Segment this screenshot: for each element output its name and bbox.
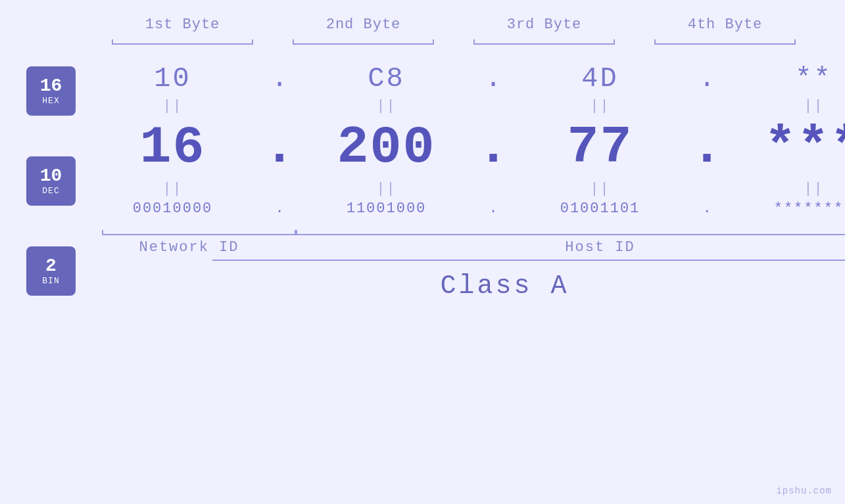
bin-dot1: . bbox=[263, 200, 296, 217]
bracket-byte1 bbox=[92, 38, 273, 50]
bin-b1: 00010000 bbox=[82, 200, 263, 217]
id-labels-row: Network ID Host ID bbox=[76, 239, 845, 256]
dec-dot3: . bbox=[690, 118, 723, 177]
hex-name: HEX bbox=[42, 96, 59, 106]
watermark: ipshu.com bbox=[776, 486, 832, 496]
dec-b4: *** bbox=[723, 118, 845, 177]
byte2-header: 2nd Byte bbox=[273, 16, 454, 33]
hex-badge: 16 HEX bbox=[26, 66, 76, 116]
content-area: 16 HEX 10 DEC 2 BIN 10 . bbox=[0, 60, 845, 301]
eq2-b3: || bbox=[510, 181, 690, 197]
hex-dot2: . bbox=[477, 63, 510, 95]
hex-b2: C8 bbox=[296, 63, 477, 95]
byte4-header: 4th Byte bbox=[635, 16, 815, 33]
hex-b4: ** bbox=[723, 63, 845, 95]
class-label: Class A bbox=[76, 271, 845, 301]
hex-dot3: . bbox=[690, 63, 723, 95]
byte3-header: 3rd Byte bbox=[454, 16, 635, 33]
dec-badge: 10 DEC bbox=[26, 156, 76, 206]
dec-num: 10 bbox=[40, 166, 62, 187]
bracket-byte2 bbox=[273, 38, 454, 50]
top-brackets bbox=[0, 38, 845, 50]
bracket-byte4 bbox=[635, 38, 815, 50]
hex-dot1: . bbox=[263, 63, 296, 95]
bin-dot2: . bbox=[477, 200, 510, 217]
main-container: 1st Byte 2nd Byte 3rd Byte 4th Byte 16 H… bbox=[0, 0, 845, 504]
dec-dot1: . bbox=[263, 118, 296, 177]
class-bracket-line bbox=[212, 260, 845, 261]
dec-row: 16 . 200 . 77 . *** bbox=[76, 118, 845, 177]
bin-name: BIN bbox=[42, 276, 59, 286]
byte1-header: 1st Byte bbox=[92, 16, 273, 33]
bracket-byte3 bbox=[454, 38, 635, 50]
eq2-b1: || bbox=[82, 181, 263, 197]
values-grid: 10 . C8 . 4D . ** bbox=[76, 60, 845, 301]
eq1-b3: || bbox=[510, 98, 690, 114]
bin-num: 2 bbox=[45, 256, 57, 277]
dec-b2: 200 bbox=[296, 118, 477, 177]
dec-name: DEC bbox=[42, 186, 59, 196]
network-id-label: Network ID bbox=[82, 239, 296, 256]
base-labels: 16 HEX 10 DEC 2 BIN bbox=[0, 60, 76, 296]
eq-row-2: || || || || bbox=[76, 177, 845, 200]
bin-b4: ******** bbox=[723, 200, 845, 217]
eq-row-1: || || || || bbox=[76, 95, 845, 118]
bin-badge: 2 BIN bbox=[26, 246, 76, 296]
bin-b2: 11001000 bbox=[296, 200, 477, 217]
host-id-label: Host ID bbox=[296, 239, 845, 256]
hex-row: 10 . C8 . 4D . ** bbox=[76, 63, 845, 95]
hex-num: 16 bbox=[40, 76, 62, 97]
eq1-b2: || bbox=[296, 98, 477, 114]
id-brackets bbox=[76, 223, 845, 235]
hex-b3: 4D bbox=[510, 63, 690, 95]
host-bracket bbox=[296, 223, 845, 235]
eq2-b4: || bbox=[723, 181, 845, 197]
class-row: Class A bbox=[76, 260, 845, 301]
eq1-b4: || bbox=[723, 98, 845, 114]
byte-headers: 1st Byte 2nd Byte 3rd Byte 4th Byte bbox=[0, 16, 845, 33]
dec-b3: 77 bbox=[510, 118, 690, 177]
bin-row: 00010000 . 11001000 . 01001101 . bbox=[76, 200, 845, 217]
dec-dot2: . bbox=[477, 118, 510, 177]
hex-b1: 10 bbox=[82, 63, 263, 95]
bin-b3: 01001101 bbox=[510, 200, 690, 217]
eq1-b1: || bbox=[82, 98, 263, 114]
dec-b1: 16 bbox=[82, 118, 263, 177]
bin-dot3: . bbox=[690, 200, 723, 217]
net-bracket bbox=[82, 223, 296, 235]
eq2-b2: || bbox=[296, 181, 477, 197]
